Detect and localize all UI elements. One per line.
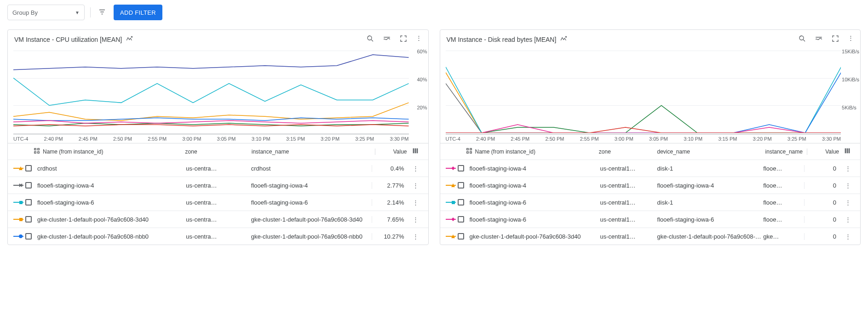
cell-instance-name: flooe… (763, 199, 804, 206)
chart-area[interactable]: 60% 40% 20% UTC-42:40 PM2:45 PM2:50 PM2:… (8, 49, 428, 143)
col-zone[interactable]: zone (599, 148, 657, 155)
x-tick: 3:00 PM (615, 134, 633, 143)
svg-point-0 (132, 36, 132, 37)
zoom-reset-icon[interactable] (798, 34, 806, 44)
legend-table-header: Name (from instance_id) zone device_name… (440, 143, 861, 160)
legend-icon[interactable] (383, 34, 391, 44)
row-checkbox[interactable] (458, 216, 466, 223)
row-checkbox[interactable] (458, 199, 466, 206)
cell-zone: us-central1… (600, 199, 657, 206)
fullscreen-icon[interactable] (831, 34, 839, 44)
row-more-icon[interactable]: ⋮ (408, 199, 422, 206)
x-tick: 2:50 PM (113, 134, 132, 143)
x-tick: 3:00 PM (182, 134, 201, 143)
svg-rect-32 (452, 201, 455, 204)
cell-value: 0 (804, 216, 841, 223)
panel-disk-read-bytes: VM Instance - Disk read bytes [MEAN] ⋮ (440, 29, 861, 245)
x-tick: 3:10 PM (252, 134, 270, 143)
col-instance-name[interactable]: instance_name (765, 148, 807, 155)
col-instance-name[interactable]: instance_name (252, 148, 375, 155)
row-more-icon[interactable]: ⋮ (408, 165, 422, 172)
col-zone[interactable]: zone (185, 148, 252, 155)
zoom-reset-icon[interactable] (366, 34, 374, 44)
row-more-icon[interactable]: ⋮ (408, 216, 422, 223)
filter-icon[interactable] (96, 6, 108, 19)
x-tick: 2:45 PM (79, 134, 98, 143)
row-checkbox[interactable] (25, 199, 34, 206)
x-tick: 2:45 PM (511, 134, 529, 143)
panel-title: VM Instance - CPU utilization [MEAN] (14, 36, 122, 43)
cell-zone: us-centra… (186, 216, 251, 223)
row-more-icon[interactable]: ⋮ (841, 216, 855, 223)
group-by-label: Group By (12, 9, 38, 16)
col-value[interactable]: Value (807, 148, 844, 155)
x-tick: 2:40 PM (44, 134, 63, 143)
x-tick: 3:20 PM (321, 134, 339, 143)
cell-instance-name: flooe… (763, 182, 804, 189)
add-filter-button[interactable]: ADD FILTER (114, 5, 162, 20)
col-value[interactable]: Value (375, 148, 412, 155)
columns-config-icon[interactable] (412, 147, 423, 156)
table-row: flooefi-staging-iowa-6 us-central1… floo… (440, 211, 861, 228)
cell-value: 2.77% (372, 182, 408, 189)
svg-rect-8 (416, 148, 418, 154)
series-marker (446, 183, 458, 188)
panel-actions: ⋮ (798, 34, 854, 44)
x-tick: 3:05 PM (217, 134, 236, 143)
x-tick: 3:15 PM (286, 134, 305, 143)
columns-config-icon[interactable] (844, 147, 855, 156)
svg-rect-6 (413, 148, 414, 154)
cell-zone: us-centra… (186, 199, 251, 206)
fullscreen-icon[interactable] (399, 34, 408, 44)
row-checkbox[interactable] (25, 216, 34, 223)
row-more-icon[interactable]: ⋮ (841, 199, 855, 206)
col-device-name[interactable]: device_name (657, 148, 765, 155)
col-name[interactable]: Name (from instance_id) (43, 148, 103, 155)
annotate-icon[interactable] (126, 34, 134, 44)
svg-rect-13 (19, 201, 23, 204)
svg-rect-5 (38, 152, 40, 154)
col-name[interactable]: Name (from instance_id) (475, 148, 535, 155)
x-tick: 3:05 PM (649, 134, 668, 143)
table-row: flooefi-staging-iowa-4 us-central1… floo… (440, 177, 861, 194)
row-checkbox[interactable] (25, 165, 34, 172)
cell-secondary: gke-cluster-1-default-pool-76a9c608-nbb0 (251, 233, 372, 240)
panel-cpu-utilization: VM Instance - CPU utilization [MEAN] ⋮ (7, 29, 429, 245)
group-by-select[interactable]: Group By ▼ (7, 5, 85, 20)
row-more-icon[interactable]: ⋮ (841, 233, 855, 240)
schema-icon (34, 148, 40, 155)
table-row: gke-cluster-1-default-pool-76a9c608-nbb0… (8, 228, 428, 245)
divider (90, 7, 91, 17)
table-row: flooefi-staging-iowa-6 us-centra… flooef… (8, 194, 428, 211)
cell-instance-name: flooe… (763, 165, 804, 172)
legend-table-body: flooefi-staging-iowa-4 us-central1… disk… (440, 160, 861, 245)
row-checkbox[interactable] (458, 165, 466, 172)
more-menu-icon[interactable]: ⋮ (416, 34, 422, 44)
row-checkbox[interactable] (25, 233, 34, 240)
cell-value: 0 (804, 199, 841, 206)
annotate-icon[interactable] (560, 34, 568, 44)
legend-icon[interactable] (815, 34, 823, 44)
cell-zone: us-centra… (186, 233, 251, 240)
series-marker (13, 200, 25, 205)
row-more-icon[interactable]: ⋮ (841, 165, 855, 172)
row-checkbox[interactable] (458, 182, 466, 189)
cell-secondary: flooefi-staging-iowa-4 (657, 182, 764, 189)
panel-actions: ⋮ (366, 34, 422, 44)
cell-secondary: gke-cluster-1-default-pool-76a9c608-3d40 (657, 233, 764, 240)
svg-rect-4 (34, 152, 36, 154)
row-more-icon[interactable]: ⋮ (408, 233, 422, 240)
cell-secondary: flooefi-staging-iowa-4 (251, 182, 372, 189)
cell-value: 10.27% (372, 233, 408, 240)
row-checkbox[interactable] (458, 233, 466, 240)
cell-instance-name: flooe… (763, 216, 804, 223)
series-marker (13, 234, 25, 239)
row-more-icon[interactable]: ⋮ (408, 182, 422, 189)
more-menu-icon[interactable]: ⋮ (848, 34, 854, 44)
row-more-icon[interactable]: ⋮ (841, 182, 855, 189)
chart-area[interactable]: 15KiB/s 10KiB/s 5KiB/s UTC-42:40 PM2:45 … (440, 49, 861, 143)
row-checkbox[interactable] (25, 182, 34, 189)
y-axis-labels: 15KiB/s 10KiB/s 5KiB/s (842, 49, 859, 133)
x-axis: UTC-42:40 PM2:45 PM2:50 PM2:55 PM3:00 PM… (13, 134, 409, 143)
x-tick: 3:10 PM (684, 134, 702, 143)
